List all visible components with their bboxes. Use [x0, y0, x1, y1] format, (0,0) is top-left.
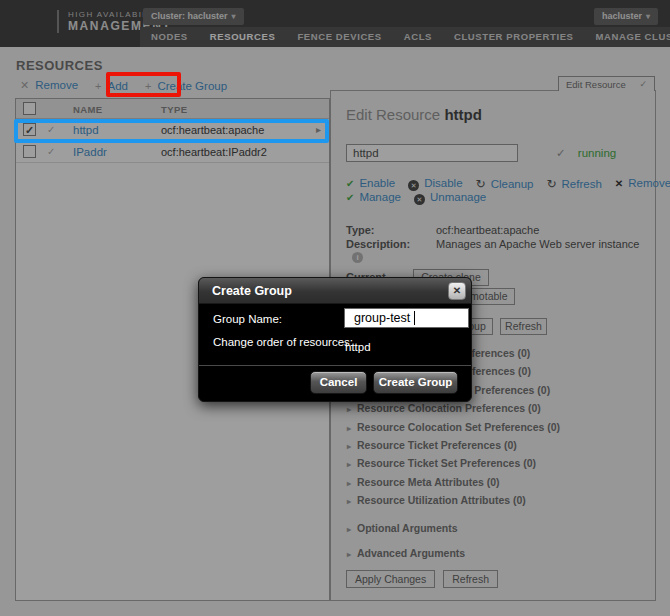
modal-close-button[interactable]: ✕	[448, 282, 466, 300]
order-item-httpd[interactable]: httpd	[345, 341, 371, 353]
group-name-label: Group Name:	[213, 313, 282, 325]
cancel-button[interactable]: Cancel	[310, 371, 367, 394]
create-group-modal: Create Group ✕ Group Name: Change order …	[198, 277, 472, 402]
group-name-input[interactable]	[344, 308, 469, 328]
modal-title: Create Group	[199, 278, 471, 304]
app-root: HIGH AVAILABILITY MANAGEMENT Cluster: ha…	[0, 0, 670, 616]
create-group-submit-button[interactable]: Create Group	[373, 371, 458, 394]
modal-divider	[199, 365, 471, 366]
close-icon: ✕	[453, 285, 461, 296]
text-cursor	[414, 311, 415, 325]
change-order-label: Change order of resources:	[213, 336, 353, 348]
